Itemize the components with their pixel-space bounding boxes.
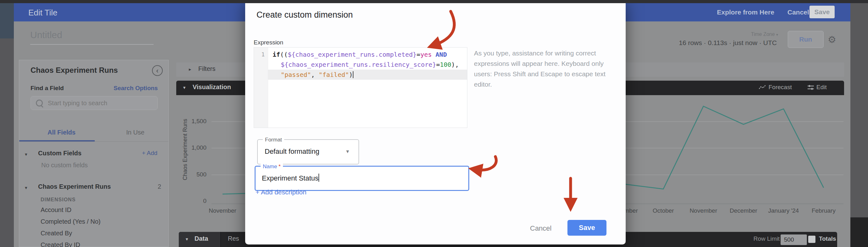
screen: Edit Tile Explore from Here Cancel Save … bbox=[0, 0, 868, 247]
annotation-arrows bbox=[0, 0, 868, 247]
arrow-to-name-field bbox=[475, 157, 496, 170]
arrow-to-expression bbox=[434, 11, 455, 45]
